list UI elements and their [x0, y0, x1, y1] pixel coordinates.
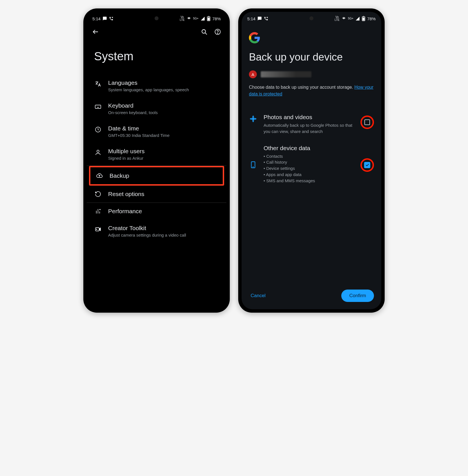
- option-title: Photos and videos: [264, 114, 354, 121]
- cloud-upload-icon: [95, 172, 103, 179]
- battery-icon: [207, 16, 210, 21]
- option-title: Other device data: [264, 145, 354, 152]
- bullet-item: • Call history: [264, 159, 354, 165]
- svg-rect-7: [95, 105, 101, 108]
- avatar: A: [249, 70, 257, 78]
- bullet-item: • Device settings: [264, 165, 354, 172]
- volte-icon: Vo LTE: [335, 16, 340, 21]
- option-photos-videos[interactable]: Photos and videos Automatically back up …: [249, 109, 374, 140]
- checkbox-other-checked[interactable]: [364, 162, 370, 168]
- highlight-ring: [360, 115, 374, 129]
- item-title: Keyboard: [108, 102, 219, 109]
- performance-icon: [94, 208, 102, 215]
- hotspot-icon: [187, 16, 191, 21]
- volte-icon: Vo LTE: [180, 16, 185, 21]
- item-title: Reset options: [108, 191, 219, 197]
- account-row[interactable]: A: [249, 70, 374, 78]
- status-time: 5:14: [92, 16, 101, 21]
- highlight-ring: [360, 158, 374, 172]
- status-bar: 5:14 Vo LTE 5G+ 7: [242, 12, 381, 24]
- hotspot-icon: [342, 16, 346, 21]
- reset-icon: [94, 191, 102, 197]
- bottom-bar: Cancel Confirm: [242, 284, 381, 309]
- svg-point-13: [343, 18, 344, 19]
- svg-point-9: [97, 150, 99, 152]
- settings-item-multiusers[interactable]: Multiple users Signed in as Ankur: [87, 143, 226, 166]
- help-button[interactable]: [214, 28, 221, 35]
- settings-item-creator[interactable]: Creator Toolkit Adjust camera settings d…: [87, 220, 226, 243]
- settings-item-performance[interactable]: Performance: [87, 203, 226, 220]
- back-button[interactable]: [92, 28, 99, 35]
- svg-point-6: [217, 33, 218, 34]
- phone-frame-2: 5:14 Vo LTE 5G+ 7: [238, 8, 385, 313]
- option-other-data[interactable]: Other device data • Contacts• Call histo…: [249, 140, 374, 189]
- chat-bubble-icon: [257, 16, 262, 21]
- item-title: Languages: [108, 79, 219, 86]
- backup-content: Back up your device A Choose data to bac…: [242, 24, 381, 284]
- photos-icon: [249, 115, 257, 123]
- desc-text: Choose data to back up using your accoun…: [249, 85, 354, 90]
- signal-icon: [355, 16, 360, 21]
- chat-bubble-icon: [102, 16, 107, 21]
- network-label: 5G+: [193, 17, 199, 20]
- device-icon: [249, 161, 257, 168]
- settings-item-keyboard[interactable]: Keyboard On-screen keyboard, tools: [87, 97, 226, 120]
- option-subtitle: Automatically back up to Google Photos s…: [264, 122, 354, 135]
- battery-percent: 78%: [367, 16, 376, 21]
- account-email-redacted: [261, 71, 311, 77]
- backup-description: Choose data to back up using your accoun…: [249, 84, 374, 97]
- svg-point-10: [100, 209, 100, 210]
- item-subtitle: Signed in as Ankur: [108, 156, 219, 161]
- clock-icon: [94, 126, 102, 133]
- settings-list: Languages System languages, app language…: [87, 74, 226, 243]
- page-title: System: [87, 38, 226, 74]
- item-title: Date & time: [108, 125, 219, 132]
- settings-item-reset[interactable]: Reset options: [87, 186, 226, 203]
- person-icon: [94, 149, 102, 156]
- item-title: Backup: [110, 172, 218, 179]
- settings-item-datetime[interactable]: Date & time GMT+05:30 India Standard Tim…: [87, 120, 226, 143]
- svg-rect-15: [363, 16, 364, 17]
- svg-rect-16: [362, 17, 364, 21]
- screen-backup: 5:14 Vo LTE 5G+ 7: [242, 12, 381, 309]
- item-subtitle: On-screen keyboard, tools: [108, 110, 219, 115]
- signal-icon: [200, 16, 205, 21]
- bullet-item: • SMS and MMS messages: [264, 178, 354, 184]
- call-icon: [264, 16, 268, 21]
- checkbox-photos-unchecked[interactable]: [364, 119, 370, 125]
- video-settings-icon: [94, 226, 102, 233]
- svg-rect-2: [208, 16, 209, 17]
- confirm-button[interactable]: Confirm: [341, 290, 374, 302]
- item-title: Multiple users: [108, 148, 219, 155]
- svg-point-0: [188, 18, 189, 19]
- keyboard-icon: [94, 103, 102, 110]
- highlight-backup: Backup: [89, 166, 224, 186]
- call-icon: [109, 16, 113, 21]
- bullet-item: • Apps and app data: [264, 172, 354, 178]
- status-bar: 5:14 Vo LTE 5G+ 7: [87, 12, 226, 24]
- item-subtitle: GMT+05:30 India Standard Time: [108, 133, 219, 138]
- bullet-item: • Contacts: [264, 153, 354, 159]
- battery-icon: [362, 16, 365, 21]
- settings-item-backup[interactable]: Backup: [90, 167, 223, 184]
- phone-frame-1: 5:14 Vo LTE 5G+ 7: [83, 8, 230, 313]
- google-logo-icon: [249, 32, 260, 43]
- search-button[interactable]: [200, 28, 208, 35]
- network-label: 5G+: [348, 17, 353, 20]
- svg-point-12: [96, 229, 97, 230]
- status-time: 5:14: [247, 16, 255, 21]
- translate-icon: [94, 81, 102, 87]
- settings-item-languages[interactable]: Languages System languages, app language…: [87, 74, 226, 97]
- item-title: Creator Toolkit: [108, 225, 219, 232]
- backup-headline: Back up your device: [249, 51, 374, 63]
- option-bullets: • Contacts• Call history• Device setting…: [264, 153, 354, 184]
- item-subtitle: Adjust camera settings during a video ca…: [108, 233, 219, 237]
- screen-system-settings: 5:14 Vo LTE 5G+ 7: [87, 12, 226, 309]
- item-title: Performance: [108, 208, 219, 215]
- app-bar: [87, 24, 226, 38]
- svg-rect-3: [208, 17, 210, 21]
- battery-percent: 78%: [212, 16, 221, 21]
- cancel-button[interactable]: Cancel: [249, 290, 267, 301]
- item-subtitle: System languages, app languages, speech: [108, 87, 219, 92]
